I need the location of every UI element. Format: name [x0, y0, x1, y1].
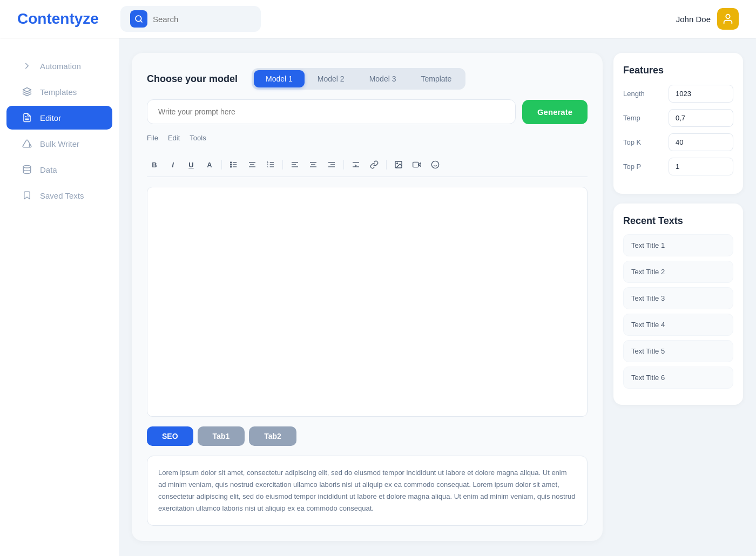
- recent-item-5[interactable]: Text Title 5: [623, 340, 733, 362]
- model-tab-1[interactable]: Model 1: [254, 70, 305, 87]
- user-name: John Doe: [676, 15, 711, 24]
- model-selector-label: Choose your model: [147, 73, 238, 85]
- video-button[interactable]: [409, 157, 424, 172]
- svg-point-7: [23, 166, 31, 168]
- svg-marker-36: [418, 163, 421, 167]
- sidebar-item-templates[interactable]: Templates: [6, 80, 112, 104]
- toolbar-separator-2: [282, 160, 283, 169]
- sidebar-item-label: Templates: [40, 87, 77, 97]
- model-selector: Choose your model Model 1 Model 2 Model …: [147, 68, 588, 90]
- toolbar-separator-4: [386, 160, 387, 169]
- editor-panel: Choose your model Model 1 Model 2 Model …: [132, 53, 603, 541]
- svg-line-1: [140, 21, 142, 22]
- toolbar-separator-3: [343, 160, 344, 169]
- svg-point-2: [726, 15, 730, 18]
- recent-item-3[interactable]: Text Title 3: [623, 287, 733, 309]
- feature-label-temp: Temp: [623, 114, 640, 122]
- sidebar-item-label: Bulk Writer: [40, 139, 79, 148]
- editor-area[interactable]: [147, 187, 588, 417]
- prompt-row: Generate: [147, 99, 588, 124]
- feature-label-topp: Top P: [623, 162, 641, 171]
- link-button[interactable]: [367, 157, 382, 172]
- recent-item-2[interactable]: Text Title 2: [623, 261, 733, 283]
- file-text-icon: [22, 112, 32, 123]
- model-tab-2[interactable]: Model 2: [306, 70, 356, 87]
- generate-button[interactable]: Generate: [522, 100, 588, 124]
- features-card: Features Length Temp Top K Top P: [613, 53, 743, 194]
- list-center-button[interactable]: [245, 157, 260, 172]
- feature-input-length[interactable]: [669, 85, 733, 103]
- underline-button[interactable]: U: [184, 157, 199, 172]
- indent-button[interactable]: [348, 157, 363, 172]
- sidebar-item-data[interactable]: Data: [6, 158, 112, 181]
- sidebar-item-label: Saved Texts: [40, 191, 84, 200]
- feature-input-temp[interactable]: [669, 109, 733, 127]
- model-tab-3[interactable]: Model 3: [357, 70, 408, 87]
- menu-edit[interactable]: Edit: [168, 134, 180, 142]
- prompt-input[interactable]: [147, 99, 516, 124]
- svg-rect-37: [413, 162, 418, 167]
- menu-file[interactable]: File: [147, 134, 158, 142]
- sidebar: Automation Templates Editor Bulk Writer: [0, 38, 119, 556]
- sidebar-item-label: Editor: [40, 113, 61, 123]
- svg-marker-3: [23, 88, 31, 92]
- image-button[interactable]: [391, 157, 406, 172]
- search-icon: [130, 10, 147, 28]
- features-title: Features: [623, 65, 733, 76]
- menu-tools[interactable]: Tools: [190, 134, 206, 142]
- svg-point-11: [231, 162, 232, 163]
- layers-icon: [22, 86, 32, 97]
- search-input[interactable]: [153, 15, 250, 24]
- recent-item-1[interactable]: Text Title 1: [623, 234, 733, 256]
- italic-button[interactable]: I: [165, 157, 180, 172]
- feature-input-topp[interactable]: [669, 158, 733, 175]
- tab-2[interactable]: Tab2: [249, 426, 296, 446]
- database-icon: [22, 164, 32, 175]
- sidebar-item-label: Data: [40, 165, 57, 174]
- bookmark-icon: [22, 190, 32, 201]
- feature-input-topk[interactable]: [669, 133, 733, 151]
- sidebar-item-automation[interactable]: Automation: [6, 54, 112, 78]
- sidebar-item-bulk-writer[interactable]: Bulk Writer: [6, 132, 112, 155]
- feature-label-length: Length: [623, 90, 645, 98]
- feature-label-topk: Top K: [623, 138, 641, 146]
- sidebar-item-editor[interactable]: Editor: [6, 106, 112, 130]
- main-layout: Automation Templates Editor Bulk Writer: [0, 38, 756, 556]
- chevron-right-icon: [22, 60, 32, 71]
- bold-button[interactable]: B: [147, 157, 162, 172]
- sidebar-item-saved-texts[interactable]: Saved Texts: [6, 184, 112, 207]
- header: Contentyze John Doe: [0, 0, 756, 38]
- right-panel: Features Length Temp Top K Top P: [613, 53, 743, 541]
- avatar[interactable]: [717, 8, 739, 30]
- feature-row-topp: Top P: [623, 158, 733, 175]
- search-bar[interactable]: [120, 6, 261, 32]
- toolbar: B I U A 1.2.3.: [147, 152, 588, 177]
- seo-content: Lorem ipsum dolor sit amet, consectetur …: [147, 456, 588, 526]
- svg-text:3.: 3.: [267, 165, 268, 168]
- list-unordered-button[interactable]: [226, 157, 241, 172]
- model-tabs: Model 1 Model 2 Model 3 Template: [252, 68, 465, 90]
- menu-bar: File Edit Tools: [147, 134, 588, 142]
- svg-point-13: [231, 166, 232, 167]
- bottom-tabs: SEO Tab1 Tab2: [147, 426, 588, 446]
- recent-item-4[interactable]: Text Title 4: [623, 314, 733, 336]
- recent-item-6[interactable]: Text Title 6: [623, 367, 733, 389]
- svg-point-35: [397, 163, 398, 164]
- align-left-button[interactable]: [287, 157, 302, 172]
- svg-point-12: [231, 164, 232, 165]
- model-tab-template[interactable]: Template: [409, 70, 463, 87]
- user-area: John Doe: [676, 8, 739, 30]
- align-right-button[interactable]: [324, 157, 339, 172]
- recent-texts-title: Recent Texts: [623, 215, 733, 227]
- feature-row-length: Length: [623, 85, 733, 103]
- feature-row-topk: Top K: [623, 133, 733, 151]
- color-button[interactable]: A: [202, 157, 217, 172]
- tab-1[interactable]: Tab1: [198, 426, 245, 446]
- content-area: Choose your model Model 1 Model 2 Model …: [119, 38, 756, 556]
- align-center-button[interactable]: [306, 157, 321, 172]
- feature-row-temp: Temp: [623, 109, 733, 127]
- tab-seo[interactable]: SEO: [147, 426, 193, 446]
- emoji-button[interactable]: [428, 157, 443, 172]
- app-logo: Contentyze: [17, 10, 99, 28]
- list-ordered-button[interactable]: 1.2.3.: [263, 157, 278, 172]
